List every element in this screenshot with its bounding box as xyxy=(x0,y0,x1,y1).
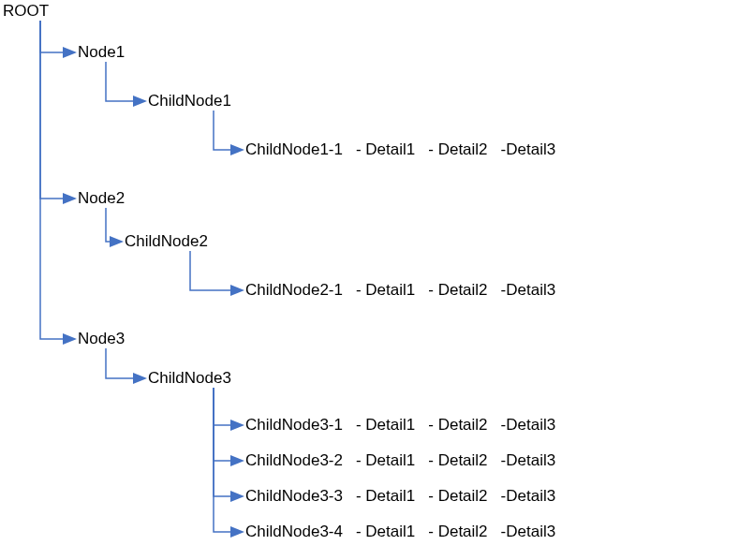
node-1-child-1: ChildNode1 xyxy=(148,92,231,111)
node-3-label: Node3 xyxy=(78,330,125,347)
node-3-child-1-grandchild-2-label: ChildNode3-2 xyxy=(245,451,343,469)
node-3-child-1-grandchild-2: ChildNode3-2- Detail1- Detail2-Detail3 xyxy=(245,451,555,470)
node-3-child-1: ChildNode3 xyxy=(148,369,231,388)
node-1-child-1-label: ChildNode1 xyxy=(148,92,231,110)
node-3-child-1-grandchild-3-detail-1: - Detail1 xyxy=(356,487,415,505)
node-3-child-1-grandchild-2-detail-2: - Detail2 xyxy=(428,451,487,469)
node-3: Node3 xyxy=(78,330,125,348)
node-2-child-1-grandchild-1-detail-3: -Detail3 xyxy=(501,281,556,299)
node-2-label: Node2 xyxy=(78,189,125,207)
node-3-child-1-grandchild-1-detail-1: - Detail1 xyxy=(356,416,415,434)
node-1-child-1-grandchild-1: ChildNode1-1- Detail1- Detail2-Detail3 xyxy=(245,140,555,159)
node-2: Node2 xyxy=(78,189,125,208)
node-3-child-1-grandchild-1-detail-2: - Detail2 xyxy=(428,416,487,434)
node-1-child-1-grandchild-1-details: - Detail1- Detail2-Detail3 xyxy=(343,140,555,158)
node-3-child-1-grandchild-4-detail-1: - Detail1 xyxy=(356,523,415,540)
node-1-child-1-grandchild-1-detail-2: - Detail2 xyxy=(428,140,487,158)
node-2-child-1-grandchild-1-detail-2: - Detail2 xyxy=(428,281,487,299)
node-3-child-1-grandchild-2-details: - Detail1- Detail2-Detail3 xyxy=(343,451,555,469)
node-3-child-1-grandchild-4: ChildNode3-4- Detail1- Detail2-Detail3 xyxy=(245,523,555,541)
node-3-child-1-grandchild-3-details: - Detail1- Detail2-Detail3 xyxy=(343,487,555,505)
node-2-child-1-grandchild-1-details: - Detail1- Detail2-Detail3 xyxy=(343,281,555,299)
node-1-child-1-grandchild-1-detail-1: - Detail1 xyxy=(356,140,415,158)
node-2-child-1-grandchild-1: ChildNode2-1- Detail1- Detail2-Detail3 xyxy=(245,281,555,300)
node-3-child-1-grandchild-4-detail-2: - Detail2 xyxy=(428,523,487,540)
node-3-child-1-grandchild-1: ChildNode3-1- Detail1- Detail2-Detail3 xyxy=(245,416,555,435)
node-1-child-1-grandchild-1-label: ChildNode1-1 xyxy=(245,140,343,158)
node-3-child-1-grandchild-4-label: ChildNode3-4 xyxy=(245,523,343,540)
node-3-child-1-grandchild-1-label: ChildNode3-1 xyxy=(245,416,343,434)
node-3-child-1-label: ChildNode3 xyxy=(148,369,231,387)
node-3-child-1-grandchild-4-detail-3: -Detail3 xyxy=(501,523,556,540)
node-1-child-1-grandchild-1-detail-3: -Detail3 xyxy=(501,140,556,158)
node-3-child-1-grandchild-1-details: - Detail1- Detail2-Detail3 xyxy=(343,416,555,434)
node-1-label: Node1 xyxy=(78,43,125,61)
root-node: ROOT xyxy=(3,2,49,21)
node-1: Node1 xyxy=(78,43,125,62)
node-3-child-1-grandchild-4-details: - Detail1- Detail2-Detail3 xyxy=(343,523,555,540)
node-3-child-1-grandchild-3: ChildNode3-3- Detail1- Detail2-Detail3 xyxy=(245,487,555,506)
node-2-child-1-label: ChildNode2 xyxy=(125,232,208,250)
node-3-child-1-grandchild-2-detail-3: -Detail3 xyxy=(501,451,556,469)
node-3-child-1-grandchild-3-detail-3: -Detail3 xyxy=(501,487,556,505)
node-2-child-1-grandchild-1-label: ChildNode2-1 xyxy=(245,281,343,299)
node-3-child-1-grandchild-2-detail-1: - Detail1 xyxy=(356,451,415,469)
node-3-child-1-grandchild-1-detail-3: -Detail3 xyxy=(501,416,556,434)
node-3-child-1-grandchild-3-detail-2: - Detail2 xyxy=(428,487,487,505)
node-3-child-1-grandchild-3-label: ChildNode3-3 xyxy=(245,487,343,505)
root-node-label: ROOT xyxy=(3,2,49,20)
node-2-child-1: ChildNode2 xyxy=(125,232,208,251)
node-2-child-1-grandchild-1-detail-1: - Detail1 xyxy=(356,281,415,299)
